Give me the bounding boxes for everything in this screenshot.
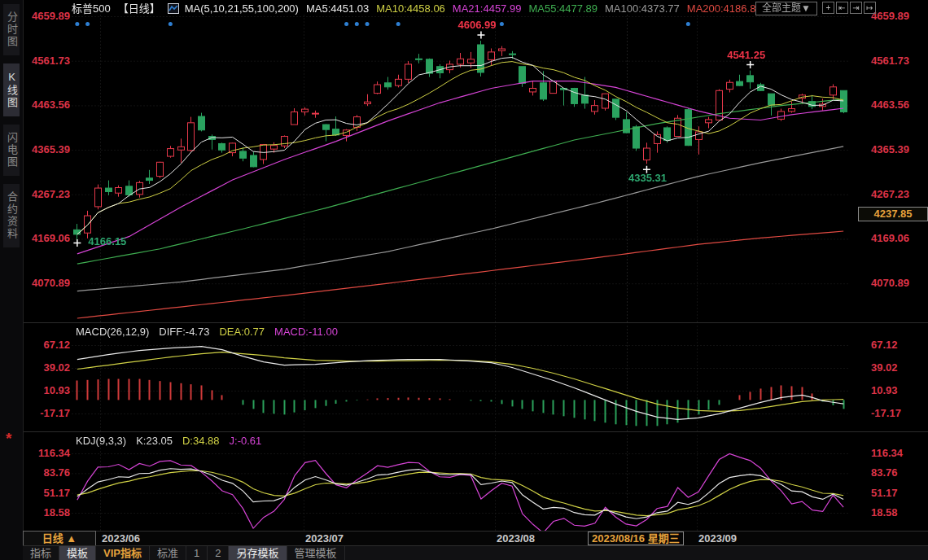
axis-label: 39.02: [24, 361, 70, 374]
toolbar-item-2[interactable]: VIP指标: [96, 546, 150, 560]
axis-label: 51.17: [871, 487, 928, 500]
axis-label: 4267.23: [24, 188, 70, 201]
highlight-price-label: 4237.85: [858, 207, 928, 221]
axis-label: -17.17: [871, 407, 928, 420]
ma-value: MA55:4477.89: [528, 2, 598, 15]
axis-label: 83.76: [871, 466, 928, 479]
axis-label: 4659.89: [24, 10, 70, 23]
chart-header: 标普500【日线】MA(5,10,21,55,100,200)MA5:4451.…: [72, 2, 770, 15]
bottom-toolbar: 指标模板VIP指标标准12另存模板管理模板: [23, 545, 928, 560]
chart-tool-buttons: +⇤⇥↦: [822, 2, 876, 14]
axis-label: 10.93: [24, 384, 70, 397]
axis-label: 39.02: [871, 361, 928, 374]
axis-label: -17.17: [24, 407, 70, 420]
extreme-price-annotation: 4606.99: [457, 19, 496, 31]
alert-icon: *: [6, 430, 11, 448]
period-selector-button[interactable]: 日线 ▲: [23, 531, 96, 546]
axis-label: 4365.39: [871, 143, 928, 156]
axis-label: 4463.56: [24, 98, 70, 112]
kdj-chart-canvas[interactable]: [72, 433, 848, 531]
period-tag: 【日线】: [118, 2, 160, 15]
sidebar: 分时图K线图闪电图合约资料 *: [0, 0, 24, 560]
sidebar-tab-2[interactable]: 闪电图: [3, 125, 20, 176]
axis-label: 116.34: [24, 447, 70, 460]
macd-macd-value: MACD:-11.00: [274, 326, 338, 338]
xaxis-date-label: 2023/07: [305, 532, 344, 545]
extreme-price-annotation: 4541.25: [727, 49, 765, 61]
axis-label: 4169.06: [871, 232, 928, 245]
axis-label: 51.17: [24, 487, 70, 500]
axis-label: 67.12: [871, 339, 928, 352]
sidebar-tab-3[interactable]: 合约资料: [3, 184, 20, 247]
extreme-price-annotation: 4166.15: [88, 235, 126, 247]
crosshair-date-label: 2023/08/16 星期三: [588, 532, 684, 545]
kdj-title: KDJ(9,3,3): [76, 435, 126, 447]
toolbar-item-0[interactable]: 指标: [23, 546, 59, 560]
xaxis-date-label: 2023/06: [102, 532, 140, 545]
axis-label: 4169.06: [24, 232, 70, 245]
xaxis-date-label: 2023/08: [497, 532, 535, 545]
axis-label: 4659.89: [871, 10, 928, 23]
macd-diff-value: DIFF:-4.73: [159, 326, 209, 338]
ma-value: MA200:4186.8: [687, 2, 756, 15]
xaxis-date-label: 2023/09: [698, 532, 737, 545]
toolbar-item-3[interactable]: 标准: [150, 546, 186, 560]
macd-header: MACD(26,12,9)DIFF:-4.73DEA:0.77MACD:-11.…: [76, 326, 348, 338]
macd-title: MACD(26,12,9): [76, 326, 149, 338]
axis-label: 18.58: [24, 506, 70, 519]
ma-value: MA10:4458.06: [376, 2, 445, 15]
panel-divider: [23, 431, 928, 432]
axis-label: 4070.89: [24, 277, 70, 290]
axis-label: 4463.56: [871, 98, 928, 112]
toolbar-item-6[interactable]: 另存模板: [229, 546, 287, 560]
kdj-d-value: D:34.88: [182, 435, 220, 447]
pan-icon[interactable]: +: [822, 2, 834, 14]
axis-label: 4561.73: [24, 55, 70, 68]
axis-label: 116.34: [871, 447, 928, 460]
toolbar-item-5[interactable]: 2: [208, 546, 229, 560]
sidebar-tab-0[interactable]: 分时图: [3, 4, 20, 55]
ma-value: MA5:4451.03: [306, 2, 369, 15]
axis-label: 10.93: [871, 384, 928, 397]
app-root: 分时图K线图闪电图合约资料 * 标普500【日线】MA(5,10,21,55,1…: [0, 0, 928, 560]
axis-label: 18.58: [871, 506, 928, 519]
kdj-j-value: J:-0.61: [230, 435, 262, 447]
panel-divider: [23, 322, 928, 323]
toolbar-item-1[interactable]: 模板: [59, 546, 96, 560]
axis-label: 4561.73: [871, 55, 928, 68]
kdj-k-value: K:23.05: [136, 435, 173, 447]
theme-dropdown-button[interactable]: 全部主题▼: [755, 2, 817, 15]
expand-right-icon[interactable]: ⇥: [850, 2, 862, 14]
ma-values: MA5:4451.03MA10:4458.06MA21:4457.99MA55:…: [306, 2, 763, 15]
sidebar-tabs: 分时图K线图闪电图合约资料: [0, 0, 23, 247]
axis-label: 4070.89: [871, 277, 928, 290]
axis-label: 83.76: [24, 466, 70, 479]
candlestick-chart-icon: [168, 3, 179, 14]
axis-label: 4365.39: [24, 143, 70, 156]
macd-chart-canvas[interactable]: [72, 324, 848, 431]
axis-label: 4267.23: [871, 188, 928, 201]
compress-left-icon[interactable]: ⇤: [836, 2, 848, 14]
symbol-name: 标普500: [72, 2, 111, 15]
axis-label: 67.12: [24, 339, 70, 352]
macd-dea-value: DEA:0.77: [219, 326, 265, 338]
extreme-price-annotation: 4335.31: [628, 172, 667, 184]
ma-value: MA100:4373.77: [605, 2, 680, 15]
ma-value: MA21:4457.99: [453, 2, 522, 15]
shift-right-icon[interactable]: ↦: [864, 2, 876, 14]
toolbar-item-4[interactable]: 1: [186, 546, 208, 560]
sidebar-tab-1[interactable]: K线图: [3, 63, 20, 116]
toolbar-item-7[interactable]: 管理模板: [287, 546, 345, 560]
kdj-header: KDJ(9,3,3)K:23.05D:34.88J:-0.61: [76, 435, 271, 447]
xaxis-row: [23, 531, 928, 546]
ma-param: MA(5,10,21,55,100,200): [185, 2, 299, 15]
